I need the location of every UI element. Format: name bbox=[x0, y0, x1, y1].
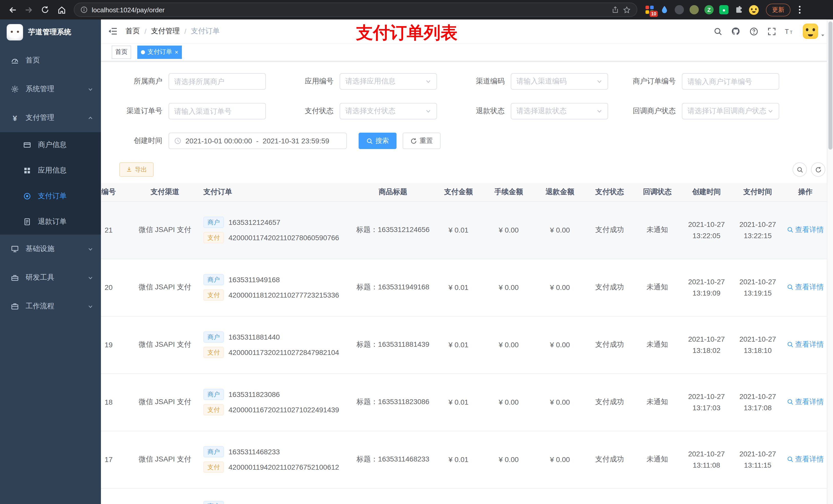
pay-tag: 支付 bbox=[204, 289, 224, 301]
merchant-order-no-input[interactable] bbox=[682, 73, 779, 90]
extension-grid-icon[interactable]: 10 bbox=[644, 5, 655, 15]
reset-button[interactable]: 重置 bbox=[403, 133, 441, 149]
sidebar-menu: 首页 系统管理 ¥ 支付管理 bbox=[0, 46, 101, 321]
browser-forward-button[interactable] bbox=[22, 3, 36, 17]
view-detail-link[interactable]: 查看详情 bbox=[787, 398, 824, 407]
pay-status-select[interactable]: 请选择支付状态 bbox=[340, 103, 437, 119]
active-dot-icon bbox=[141, 50, 145, 54]
avatar[interactable] bbox=[803, 24, 818, 39]
chevron-down-icon bbox=[88, 275, 93, 281]
merchant-tag: 商户 bbox=[204, 501, 224, 504]
breadcrumb-home[interactable]: 首页 bbox=[125, 27, 140, 36]
filter-create-time: 创建时间 2021-10-01 00:00:00 - 2021-10-31 23… bbox=[101, 133, 347, 149]
date-start[interactable]: 2021-10-01 00:00:00 bbox=[186, 137, 252, 145]
tab-label: 首页 bbox=[115, 48, 127, 56]
filter-channel-code: 渠道编码 请输入渠道编码 bbox=[443, 73, 608, 90]
table-row: 19 微信 JSAPI 支付 商户1635311881440 支付4200001… bbox=[101, 316, 827, 374]
help-icon[interactable] bbox=[749, 27, 758, 36]
sidebar-item-label: 退款订单 bbox=[38, 217, 67, 226]
breadcrumb-payment[interactable]: 支付管理 bbox=[151, 27, 180, 36]
extensions-puzzle-icon[interactable] bbox=[734, 5, 744, 15]
site-info-icon[interactable] bbox=[80, 6, 88, 13]
bookmark-star-icon[interactable] bbox=[623, 6, 630, 14]
chevron-up-icon bbox=[88, 115, 93, 121]
url-text[interactable]: localhost:1024/pay/order bbox=[92, 6, 608, 14]
refresh-table-button[interactable] bbox=[811, 162, 825, 177]
browser-toolbar: localhost:1024/pay/order 10 Z ● bbox=[0, 0, 833, 20]
pay-tag: 支付 bbox=[204, 347, 224, 358]
page-scrollbar[interactable] bbox=[827, 20, 833, 504]
url-bar[interactable]: localhost:1024/pay/order bbox=[74, 3, 637, 17]
sidebar-logo[interactable]: 芋道管理系统 bbox=[0, 20, 101, 45]
orders-table: 编号 支付渠道 支付订单 商品标题 支付金额 手续金额 退款金额 支付状态 回调… bbox=[101, 183, 833, 504]
col-order: 支付订单 bbox=[198, 183, 352, 201]
share-icon[interactable] bbox=[612, 6, 619, 13]
extensions-row: 10 Z ● bbox=[644, 5, 759, 15]
field-label: 退款状态 bbox=[443, 106, 511, 116]
channel-code-select[interactable]: 请输入渠道编码 bbox=[511, 73, 608, 90]
sidebar-item-dev-tools[interactable]: 研发工具 bbox=[0, 263, 101, 292]
screenshot-root: localhost:1024/pay/order 10 Z ● bbox=[0, 0, 833, 504]
merchant-tag: 商户 bbox=[204, 217, 224, 228]
browser-menu-button[interactable] bbox=[794, 6, 805, 14]
close-icon[interactable]: × bbox=[175, 49, 178, 55]
sidebar-item-home[interactable]: 首页 bbox=[0, 46, 101, 75]
tags-view-bar: 首页 支付订单 × bbox=[101, 43, 833, 62]
pay-tag: 支付 bbox=[204, 461, 224, 473]
extension-chat-icon[interactable]: ● bbox=[719, 5, 729, 15]
sidebar-item-label: 支付管理 bbox=[26, 113, 54, 122]
dot-circle-icon bbox=[23, 192, 31, 200]
logo-avatar bbox=[7, 24, 23, 41]
sidebar-item-payment[interactable]: ¥ 支付管理 bbox=[0, 103, 101, 132]
browser-home-button[interactable] bbox=[54, 3, 69, 17]
view-detail-link[interactable]: 查看详情 bbox=[787, 340, 824, 349]
pay-order-no: 4200001181202110277723215336 bbox=[229, 291, 339, 299]
view-detail-link[interactable]: 查看详情 bbox=[787, 283, 824, 292]
tab-home[interactable]: 首页 bbox=[112, 45, 131, 58]
pay-tag: 支付 bbox=[204, 404, 224, 415]
toggle-search-button[interactable] bbox=[792, 162, 807, 177]
merchant-input[interactable] bbox=[169, 73, 266, 90]
sidebar-item-infra[interactable]: 基础设施 bbox=[0, 235, 101, 263]
header-search-icon[interactable] bbox=[713, 27, 722, 36]
profile-avatar-icon[interactable] bbox=[748, 5, 759, 15]
notify-status-select[interactable]: 请选择订单回调商户状态 bbox=[682, 103, 779, 119]
sidebar-item-system[interactable]: 系统管理 bbox=[0, 75, 101, 103]
col-actions: 操作 bbox=[783, 183, 827, 201]
view-detail-link[interactable]: 查看详情 bbox=[787, 225, 824, 235]
github-icon[interactable] bbox=[731, 27, 740, 36]
browser-update-button[interactable]: 更新 bbox=[766, 3, 790, 16]
user-menu[interactable] bbox=[803, 24, 825, 39]
sidebar-item-pay-order[interactable]: 支付订单 bbox=[0, 183, 101, 209]
extension-circle-icon-2[interactable] bbox=[689, 5, 699, 15]
fullscreen-icon[interactable] bbox=[767, 27, 776, 36]
filter-channel-order-no: 渠道订单号 bbox=[101, 103, 266, 119]
sidebar-item-merchant-info[interactable]: 商户信息 bbox=[0, 132, 101, 158]
channel-order-no-input[interactable] bbox=[169, 103, 266, 119]
scrollbar-thumb[interactable] bbox=[828, 22, 832, 149]
extension-green-circle-icon[interactable]: Z bbox=[704, 5, 714, 15]
search-button[interactable]: 搜索 bbox=[359, 133, 397, 149]
browser-back-button[interactable] bbox=[5, 3, 20, 17]
browser-refresh-button[interactable] bbox=[38, 3, 52, 17]
export-button[interactable]: 导出 bbox=[119, 162, 154, 177]
field-label: 所属商户 bbox=[101, 77, 169, 86]
sidebar-item-app-info[interactable]: 应用信息 bbox=[0, 158, 101, 183]
download-icon bbox=[126, 166, 132, 173]
extension-drop-icon[interactable] bbox=[659, 5, 670, 15]
forward-arrow-icon bbox=[24, 5, 33, 14]
sidebar-fold-button[interactable] bbox=[108, 27, 117, 35]
date-end[interactable]: 2021-10-31 23:59:59 bbox=[263, 137, 329, 145]
sidebar-item-workflow[interactable]: 工作流程 bbox=[0, 292, 101, 321]
create-time-range-picker[interactable]: 2021-10-01 00:00:00 - 2021-10-31 23:59:5… bbox=[169, 133, 347, 149]
extension-circle-icon-1[interactable] bbox=[674, 5, 685, 15]
refund-status-select[interactable]: 请选择退款状态 bbox=[511, 103, 608, 119]
tab-pay-order[interactable]: 支付订单 × bbox=[137, 45, 182, 58]
sidebar-item-refund-order[interactable]: 退款订单 bbox=[0, 209, 101, 235]
sidebar-item-label: 系统管理 bbox=[26, 85, 54, 94]
col-fee-amount: 手续金额 bbox=[483, 183, 534, 201]
font-size-icon[interactable]: TT bbox=[785, 27, 794, 36]
view-detail-link[interactable]: 查看详情 bbox=[787, 455, 824, 464]
app-id-select[interactable]: 请选择应用信息 bbox=[340, 73, 437, 90]
merchant-tag: 商户 bbox=[204, 446, 224, 457]
